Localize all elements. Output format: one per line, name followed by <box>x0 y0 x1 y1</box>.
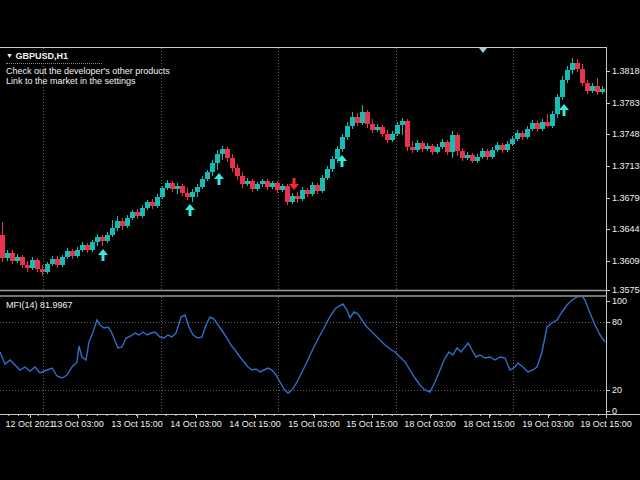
candle-body <box>545 122 550 126</box>
candle-body <box>100 237 105 241</box>
candle-body <box>485 151 490 157</box>
candle-body <box>65 251 70 257</box>
indicator-label: MFI(14) 81.9967 <box>6 300 73 310</box>
candle-body <box>200 179 205 187</box>
candle-body <box>220 149 225 154</box>
time-axis-label: 18 Oct 15:00 <box>463 419 515 429</box>
candle-body <box>570 63 575 70</box>
candle-body <box>265 181 270 187</box>
candle-body <box>155 197 160 206</box>
candle-body <box>585 83 590 91</box>
buy-arrow-icon <box>214 173 224 185</box>
candle-body <box>330 159 335 169</box>
candle-body <box>20 257 25 265</box>
time-axis-label: 19 Oct 03:00 <box>522 419 574 429</box>
candle-body <box>245 181 250 184</box>
candle-body <box>575 63 580 69</box>
candle-body <box>225 149 230 158</box>
time-axis-label: 13 Oct 15:00 <box>111 419 163 429</box>
candle-body <box>135 212 140 216</box>
price-axis-label: 1.37830 <box>612 98 640 108</box>
candle-body <box>380 127 385 134</box>
candle-body <box>140 208 145 216</box>
candle-body <box>165 183 170 188</box>
candle-body <box>205 172 210 179</box>
candle-body <box>505 144 510 150</box>
candle-body <box>600 89 605 92</box>
candle-body <box>300 190 305 199</box>
time-axis-label: 14 Oct 03:00 <box>170 419 222 429</box>
candle-body <box>280 186 285 190</box>
symbol-label: GBPUSD,H1 <box>15 51 68 61</box>
symbol-title: ▼ GBPUSD,H1 <box>6 51 68 61</box>
price-axis-label: 1.37135 <box>612 161 640 171</box>
candle-body <box>400 121 405 125</box>
time-axis-label: 19 Oct 15:00 <box>580 419 632 429</box>
candle-body <box>305 190 310 194</box>
candle-body <box>525 129 530 137</box>
candle-body <box>385 134 390 140</box>
indicator-axis-label: 0 <box>612 406 617 416</box>
candle-body <box>285 186 290 202</box>
candle-body <box>95 237 100 242</box>
collapse-triangle-icon[interactable]: ▼ <box>6 52 13 59</box>
candle-body <box>470 155 475 161</box>
candle-body <box>175 186 180 189</box>
candle-body <box>395 125 400 134</box>
candle-body <box>70 251 75 256</box>
candle-body <box>275 183 280 190</box>
candle-body <box>515 133 520 139</box>
candle-body <box>415 143 420 150</box>
candle-body <box>370 124 375 130</box>
price-axis-label: 1.35750 <box>612 285 640 295</box>
developer-note-line1: Check out the developer's other products <box>6 66 170 76</box>
candle-body <box>435 147 440 152</box>
candle-body <box>260 181 265 184</box>
candle-body <box>445 142 450 152</box>
mfi-line <box>0 296 605 393</box>
candle-body <box>0 235 5 258</box>
price-axis-label: 1.36445 <box>612 224 640 234</box>
candle-body <box>480 151 485 157</box>
candle-body <box>405 121 410 147</box>
candle-body <box>310 185 315 194</box>
candle-body <box>120 221 125 226</box>
candle-body <box>550 114 555 126</box>
candle-body <box>500 145 505 150</box>
candle-body <box>365 112 370 124</box>
candle-body <box>125 218 130 226</box>
candle-body <box>55 259 60 265</box>
candle-body <box>440 142 445 147</box>
time-axis-label: 18 Oct 03:00 <box>404 419 456 429</box>
candle-body <box>295 196 300 199</box>
time-axis-label: 15 Oct 15:00 <box>346 419 398 429</box>
price-axis-label: 1.38180 <box>612 66 640 76</box>
candle-body <box>195 187 200 192</box>
candle-body <box>460 151 465 158</box>
candle-body <box>315 185 320 191</box>
candle-body <box>420 143 425 149</box>
candle-body <box>340 137 345 149</box>
time-axis-label: 15 Oct 03:00 <box>288 419 340 429</box>
candle-body <box>595 86 600 92</box>
candle-body <box>35 260 40 269</box>
candle-body <box>15 257 20 261</box>
buy-arrow-icon <box>185 204 195 216</box>
indicator-axis-label: 20 <box>612 385 622 395</box>
candle-body <box>450 135 455 152</box>
indicator-axis-label: 100 <box>612 296 627 306</box>
candle-body <box>110 228 115 235</box>
candle-body <box>325 169 330 178</box>
buy-arrow-icon <box>559 104 569 116</box>
candle-body <box>235 168 240 176</box>
candle-body <box>350 117 355 126</box>
candle-body <box>430 146 435 152</box>
candle-body <box>530 123 535 129</box>
candle-body <box>465 155 470 158</box>
candle-body <box>390 134 395 140</box>
candle-body <box>160 188 165 197</box>
candle-body <box>375 127 380 130</box>
candle-body <box>490 150 495 157</box>
candle-body <box>210 163 215 172</box>
candle-body <box>555 97 560 114</box>
